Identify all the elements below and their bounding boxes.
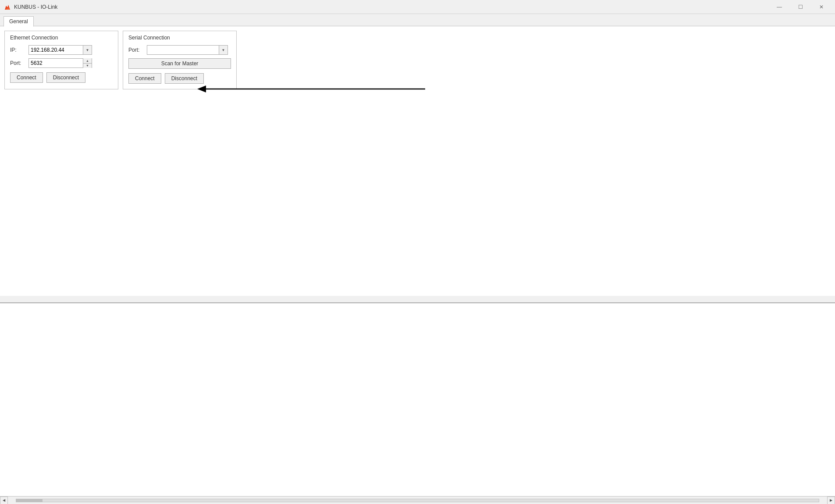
port-input[interactable] xyxy=(29,59,83,67)
serial-disconnect-button[interactable]: Disconnect xyxy=(165,73,204,84)
maximize-button[interactable]: ☐ xyxy=(790,0,810,14)
scan-for-master-button[interactable]: Scan for Master xyxy=(128,58,231,69)
serial-port-combo[interactable]: ▼ xyxy=(147,45,228,55)
ethernet-section-title: Ethernet Connection xyxy=(10,35,113,41)
scroll-left-button[interactable]: ◀ xyxy=(0,497,8,504)
tab-bar: General xyxy=(0,14,835,26)
serial-port-input[interactable] xyxy=(147,46,219,54)
tab-general[interactable]: General xyxy=(4,16,34,27)
bottom-scrollbar: ◀ ▶ xyxy=(0,496,835,504)
title-bar-controls: — ☐ ✕ xyxy=(769,0,831,14)
panels-container: Ethernet Connection IP: ▼ Port: ▲ ▼ xyxy=(0,26,835,94)
serial-port-dropdown-arrow[interactable]: ▼ xyxy=(219,46,227,54)
bottom-panel: ◀ ▶ xyxy=(0,302,835,504)
serial-connect-button[interactable]: Connect xyxy=(128,73,161,84)
scroll-right-button[interactable]: ▶ xyxy=(827,497,835,504)
serial-section-title: Serial Connection xyxy=(128,35,231,41)
port-row: Port: ▲ ▼ xyxy=(10,58,113,68)
ip-dropdown-arrow[interactable]: ▼ xyxy=(83,46,92,54)
ip-combo[interactable]: ▼ xyxy=(28,45,92,55)
ethernet-connection-box: Ethernet Connection IP: ▼ Port: ▲ ▼ xyxy=(4,31,118,89)
port-label: Port: xyxy=(10,60,26,66)
spin-up-button[interactable]: ▲ xyxy=(83,58,92,63)
scrollbar-track xyxy=(16,499,819,502)
close-button[interactable]: ✕ xyxy=(811,0,831,14)
scrollbar-thumb xyxy=(16,499,43,502)
ip-label: IP: xyxy=(10,47,26,53)
ip-input[interactable] xyxy=(29,46,83,54)
spin-buttons: ▲ ▼ xyxy=(83,58,92,68)
content-area: Ethernet Connection IP: ▼ Port: ▲ ▼ xyxy=(0,26,835,296)
ethernet-connect-button[interactable]: Connect xyxy=(10,72,43,83)
serial-btn-row: Connect Disconnect xyxy=(128,73,231,84)
serial-connection-box: Serial Connection Port: ▼ Scan for Maste… xyxy=(123,31,237,89)
title-bar: KUNBUS - IO-Link — ☐ ✕ xyxy=(0,0,835,14)
window-title: KUNBUS - IO-Link xyxy=(14,4,57,10)
port-spinner[interactable]: ▲ ▼ xyxy=(28,58,92,68)
spin-down-button[interactable]: ▼ xyxy=(83,63,92,68)
minimize-button[interactable]: — xyxy=(769,0,789,14)
title-bar-left: KUNBUS - IO-Link xyxy=(4,3,57,11)
ip-row: IP: ▼ xyxy=(10,45,113,55)
serial-port-row: Port: ▼ xyxy=(128,45,231,55)
ethernet-disconnect-button[interactable]: Disconnect xyxy=(46,72,85,83)
app-icon xyxy=(4,3,11,11)
serial-port-label: Port: xyxy=(128,47,144,53)
ethernet-btn-row: Connect Disconnect xyxy=(10,72,113,83)
